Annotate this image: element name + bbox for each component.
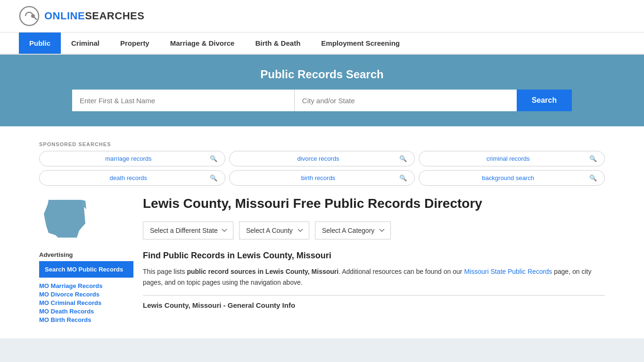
pill-marriage[interactable]: marriage records 🔍 (39, 151, 225, 166)
nav-property[interactable]: Property (110, 33, 160, 54)
nav-birth-death[interactable]: Birth & Death (245, 33, 311, 54)
description-paragraph: This page lists public record sources in… (143, 266, 605, 288)
sidebar-link-1[interactable]: MO Divorce Records (39, 291, 133, 298)
content-wrapper: SPONSORED SEARCHES marriage records 🔍 di… (30, 134, 614, 331)
state-dropdown[interactable]: Select a Different State (143, 222, 233, 239)
sponsored-pills: marriage records 🔍 divorce records 🔍 cri… (39, 151, 605, 186)
page-heading: Lewis County, Missouri Free Public Recor… (143, 195, 605, 212)
missouri-records-link[interactable]: Missouri State Public Records (464, 268, 552, 275)
dropdowns-row: Select a Different State Select A County… (143, 222, 605, 239)
missouri-map-svg (39, 195, 96, 242)
ad-box[interactable]: Search MO Public Records (39, 261, 133, 278)
nav-public[interactable]: Public (19, 33, 61, 54)
pill-criminal[interactable]: criminal records 🔍 (419, 151, 605, 166)
name-search-input[interactable] (72, 90, 295, 111)
county-info-heading: Lewis County, Missouri - General County … (143, 301, 605, 309)
article: Lewis County, Missouri Free Public Recor… (143, 195, 605, 323)
main-content: SPONSORED SEARCHES marriage records 🔍 di… (39, 141, 605, 323)
logo-icon (19, 6, 40, 26)
search-bar: Search (72, 90, 572, 111)
site-header: ONLINESEARCHES (0, 0, 644, 33)
location-search-input[interactable] (295, 90, 517, 111)
nav-employment[interactable]: Employment Screening (311, 33, 410, 54)
logo-text: ONLINESEARCHES (44, 10, 144, 22)
pill-divorce[interactable]: divorce records 🔍 (229, 151, 415, 166)
nav-criminal[interactable]: Criminal (61, 33, 110, 54)
sidebar-links: MO Marriage Records MO Divorce Records M… (39, 282, 133, 323)
search-icon-pill2: 🔍 (399, 155, 407, 162)
sidebar-link-0[interactable]: MO Marriage Records (39, 282, 133, 289)
sponsored-label: SPONSORED SEARCHES (39, 141, 605, 147)
sidebar-link-3[interactable]: MO Death Records (39, 308, 133, 315)
find-records-heading: Find Public Records in Lewis County, Mis… (143, 251, 605, 261)
search-button[interactable]: Search (517, 90, 572, 111)
search-icon-pill3: 🔍 (589, 155, 597, 162)
search-icon-pill1: 🔍 (210, 155, 217, 162)
sidebar-link-4[interactable]: MO Birth Records (39, 316, 133, 323)
county-dropdown[interactable]: Select A County (239, 222, 309, 239)
logo: ONLINESEARCHES (19, 6, 144, 26)
sidebar: Advertising Search MO Public Records MO … (39, 195, 133, 323)
search-icon-pill6: 🔍 (589, 174, 597, 181)
pill-background[interactable]: background search 🔍 (419, 170, 605, 186)
search-icon-pill4: 🔍 (210, 174, 217, 181)
svg-point-0 (20, 7, 39, 25)
pill-birth[interactable]: birth records 🔍 (229, 170, 415, 186)
svg-line-2 (34, 17, 36, 19)
state-map (39, 195, 133, 244)
hero-banner: Public Records Search Search (0, 55, 644, 126)
category-dropdown[interactable]: Select A Category (315, 222, 391, 239)
main-body: Advertising Search MO Public Records MO … (39, 195, 605, 323)
hero-title: Public Records Search (19, 68, 625, 81)
advertising-label: Advertising (39, 251, 133, 258)
search-icon-pill5: 🔍 (399, 174, 407, 181)
sidebar-link-2[interactable]: MO Criminal Records (39, 299, 133, 306)
main-nav: Public Criminal Property Marriage & Divo… (0, 33, 644, 55)
divider (143, 295, 605, 296)
nav-marriage-divorce[interactable]: Marriage & Divorce (160, 33, 245, 54)
svg-marker-3 (44, 200, 85, 238)
pill-death[interactable]: death records 🔍 (39, 170, 225, 186)
